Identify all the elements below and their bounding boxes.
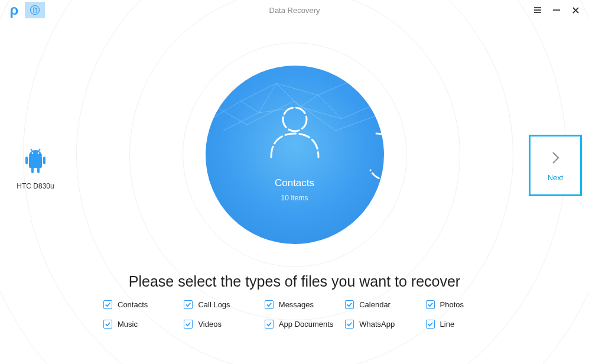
checkbox xyxy=(184,320,193,329)
check-icon xyxy=(427,321,434,327)
hamburger-icon xyxy=(533,6,542,14)
file-type-option-app-documents[interactable]: App Documents xyxy=(265,320,345,329)
file-type-label: Calendar xyxy=(359,300,391,309)
checkbox xyxy=(103,320,112,329)
svg-line-12 xyxy=(31,149,32,151)
file-type-label: Videos xyxy=(198,320,222,329)
connected-device: HTC D830u xyxy=(12,148,59,190)
file-type-label: Line xyxy=(440,320,455,329)
file-type-option-call-logs[interactable]: Call Logs xyxy=(184,300,264,309)
check-icon xyxy=(185,301,191,308)
document-restore-icon xyxy=(30,5,40,15)
svg-rect-11 xyxy=(37,167,40,173)
next-category-peek-icon xyxy=(359,128,412,182)
minimize-button[interactable] xyxy=(551,5,562,15)
check-icon xyxy=(346,301,353,308)
svg-rect-10 xyxy=(31,167,34,173)
checkbox xyxy=(184,300,193,309)
instruction-text: Please select the types of files you wan… xyxy=(0,273,589,290)
check-icon xyxy=(266,321,272,327)
chevron-right-icon xyxy=(547,150,564,166)
file-type-label: Photos xyxy=(440,300,464,309)
data-recovery-tool-button[interactable] xyxy=(25,2,45,18)
check-icon xyxy=(185,321,191,327)
check-icon xyxy=(427,301,434,308)
mesh-decoration xyxy=(206,66,384,244)
android-icon xyxy=(24,148,47,175)
check-icon xyxy=(105,321,111,327)
file-type-option-photos[interactable]: Photos xyxy=(426,300,506,309)
window-title: Data Recovery xyxy=(0,6,589,15)
svg-rect-9 xyxy=(43,157,45,164)
checkbox xyxy=(103,300,112,309)
logo-icon: ρ xyxy=(10,2,19,18)
file-type-option-calendar[interactable]: Calendar xyxy=(345,300,425,309)
checkbox xyxy=(345,300,354,309)
svg-rect-8 xyxy=(25,157,28,164)
next-button-label: Next xyxy=(548,173,564,182)
svg-point-14 xyxy=(32,152,34,154)
category-preview-circle: Contacts 10 Items xyxy=(206,66,384,244)
file-type-option-videos[interactable]: Videos xyxy=(184,320,264,329)
file-type-option-contacts[interactable]: Contacts xyxy=(103,300,184,309)
checkbox xyxy=(345,320,354,329)
check-icon xyxy=(105,301,111,308)
file-type-option-music[interactable]: Music xyxy=(103,320,184,329)
svg-rect-7 xyxy=(29,156,42,168)
file-type-label: Messages xyxy=(279,300,314,309)
close-button[interactable] xyxy=(570,5,581,15)
svg-point-0 xyxy=(31,6,40,15)
check-icon xyxy=(266,301,272,308)
title-bar: ρ Data Recovery xyxy=(0,0,589,20)
file-type-grid: Contacts Call Logs Messages Calendar Pho… xyxy=(103,300,506,329)
device-name-label: HTC D830u xyxy=(12,182,59,190)
file-type-label: Music xyxy=(118,320,138,329)
checkbox xyxy=(426,300,435,309)
file-type-option-line[interactable]: Line xyxy=(426,320,506,329)
svg-point-15 xyxy=(38,152,40,154)
file-type-label: App Documents xyxy=(279,320,334,329)
checkbox xyxy=(426,320,435,329)
menu-button[interactable] xyxy=(532,5,543,15)
file-type-label: Call Logs xyxy=(198,300,230,309)
file-type-option-whatsapp[interactable]: WhatsApp xyxy=(345,320,425,329)
checkbox xyxy=(265,300,274,309)
file-type-label: Contacts xyxy=(118,300,148,309)
file-type-label: WhatsApp xyxy=(359,320,395,329)
close-icon xyxy=(572,6,580,14)
next-button[interactable]: Next xyxy=(529,135,582,196)
file-type-option-messages[interactable]: Messages xyxy=(265,300,345,309)
svg-line-13 xyxy=(38,149,40,151)
check-icon xyxy=(346,321,353,327)
checkbox xyxy=(265,320,274,329)
minimize-icon xyxy=(552,6,561,14)
app-logo[interactable]: ρ xyxy=(5,2,24,18)
